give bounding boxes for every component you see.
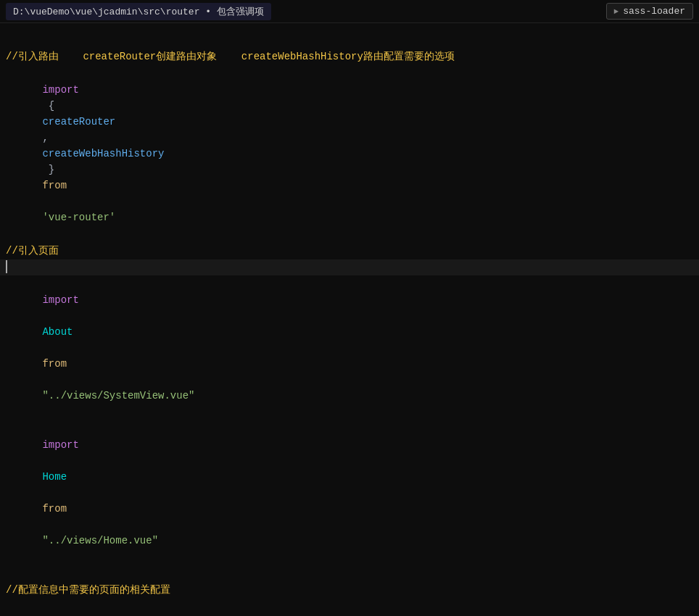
sass-loader-badge[interactable]: ► sass-loader bbox=[606, 3, 693, 20]
code-line: //配置信息中需要的页面的相关配置 bbox=[0, 581, 699, 599]
code-line: //引入路由 createRouter创建路由对象 createWebHashH… bbox=[0, 48, 699, 65]
punct bbox=[42, 519, 48, 530]
comment-text: //配置信息中需要的页面的相关配置 bbox=[6, 584, 170, 596]
comment-text: //引入页面 bbox=[6, 245, 59, 257]
file-path: D:\vueDemo\vue\jcadmin\src\router • 包含强调… bbox=[6, 3, 271, 20]
punct: { bbox=[42, 100, 60, 112]
code-editor: //引入路由 createRouter创建路由对象 createWebHashH… bbox=[0, 23, 699, 616]
keyword: import bbox=[42, 294, 78, 306]
punct bbox=[42, 196, 48, 207]
punct bbox=[42, 310, 48, 322]
code-line: //引入页面 bbox=[0, 242, 699, 259]
code-line bbox=[0, 565, 699, 581]
punct bbox=[42, 487, 48, 499]
identifier: Home bbox=[42, 471, 67, 483]
punct bbox=[42, 455, 48, 467]
code-line-active[interactable] bbox=[0, 259, 699, 275]
string: 'vue-router' bbox=[42, 212, 115, 223]
identifier: createWebHashHistory bbox=[42, 148, 164, 159]
keyword: import bbox=[42, 84, 78, 96]
comment-text: //引入路由 createRouter创建路由对象 createWebHashH… bbox=[6, 51, 455, 62]
code-line bbox=[0, 32, 699, 48]
code-line: import About from "../views/SystemView.v… bbox=[0, 275, 699, 420]
code-line: import { createRouter , createWebHashHis… bbox=[0, 65, 699, 242]
string: "../views/Home.vue" bbox=[42, 535, 158, 546]
punct: } bbox=[42, 164, 60, 175]
keyword: import bbox=[42, 439, 78, 451]
identifier: About bbox=[42, 326, 73, 338]
string: "../views/SystemView.vue" bbox=[42, 390, 194, 401]
top-bar: D:\vueDemo\vue\jcadmin\src\router • 包含强调… bbox=[0, 0, 699, 23]
badge-label: sass-loader bbox=[623, 6, 685, 17]
cursor bbox=[6, 260, 7, 273]
identifier: createRouter bbox=[42, 116, 115, 128]
code-line: import Home from "../views/Home.vue" bbox=[0, 420, 699, 565]
arrow-icon: ► bbox=[614, 7, 619, 16]
keyword-from: from bbox=[42, 180, 67, 191]
punct bbox=[42, 342, 48, 354]
punct: , bbox=[42, 132, 48, 143]
keyword-from: from bbox=[42, 358, 67, 370]
punct bbox=[42, 374, 48, 386]
code-line bbox=[0, 599, 699, 615]
keyword-from: from bbox=[42, 503, 67, 515]
